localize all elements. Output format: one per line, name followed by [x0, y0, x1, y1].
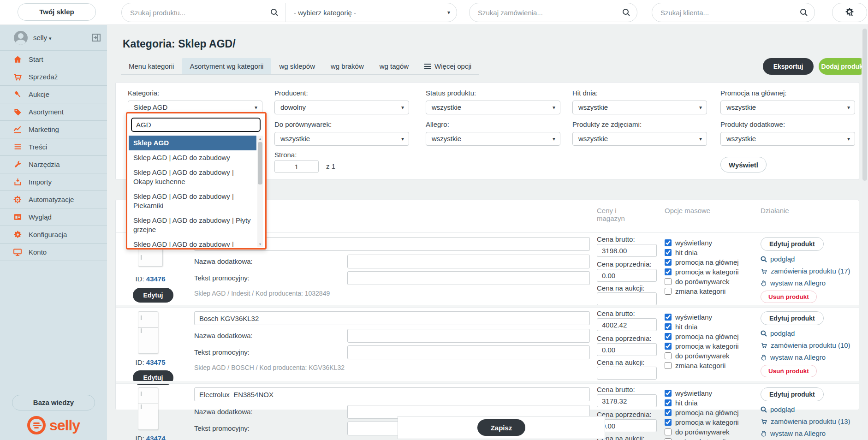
edit-button[interactable]: Edytuj — [133, 288, 173, 303]
checkbox-wyswietlany[interactable] — [665, 390, 672, 397]
tab-menu-kategorii[interactable]: Menu kategorii — [121, 58, 182, 75]
allegro-link[interactable]: wystaw na Allegro — [761, 279, 860, 287]
save-button[interactable]: Zapisz — [477, 419, 525, 436]
delete-product-button[interactable]: Usuń produkt — [761, 291, 817, 303]
sidebar-item-narzedzia[interactable]: Narzędzia — [0, 156, 107, 173]
scroll-up-icon[interactable]: ▴ — [257, 137, 263, 141]
collapse-sidebar-icon[interactable] — [92, 34, 101, 42]
price-auction-input[interactable] — [597, 292, 657, 305]
tab-wg-brakow[interactable]: wg braków — [323, 58, 372, 75]
checkbox-promocja-kategoria[interactable] — [665, 343, 672, 350]
promo-text-input[interactable] — [347, 271, 590, 285]
price-prev-input[interactable] — [597, 343, 657, 356]
edit-product-button[interactable]: Edytuj produkt — [761, 311, 824, 325]
sidebar-item-aukcje[interactable]: Aukcje — [0, 86, 107, 103]
kategoria-option[interactable]: Sklep AGD | AGD do zabudowy | Płyty grze… — [129, 213, 256, 237]
add-product-button[interactable]: Dodaj produkt — [819, 58, 868, 75]
checkbox-promocja-kategoria[interactable] — [665, 268, 672, 275]
tab-wg-sklepow[interactable]: wg sklepów — [271, 58, 323, 75]
product-orders-link[interactable]: zamówienia produktu (10) — [761, 341, 860, 349]
product-name-input[interactable] — [194, 387, 590, 401]
price-prev-input[interactable] — [597, 269, 657, 282]
checkbox-porownywarki[interactable] — [665, 278, 672, 285]
checkbox-wyswietlany[interactable] — [665, 314, 672, 321]
kategoria-option[interactable]: Sklep AGD | AGD do zabudowy | Okapy kuch… — [129, 165, 256, 189]
produkty-dodatkowe-select[interactable]: wszystkie▾ — [720, 132, 855, 146]
checkbox-promocja-glowna[interactable] — [665, 259, 672, 266]
product-orders-link[interactable]: zamówienia produktu (17) — [761, 267, 860, 275]
checkbox-hit-dnia[interactable] — [665, 249, 672, 256]
scroll-down-icon[interactable]: ▾ — [257, 242, 263, 246]
kategoria-dropdown-search-input[interactable] — [131, 118, 261, 132]
allegro-link[interactable]: wystaw na Allegro — [761, 353, 860, 361]
tab-asortyment-wg-kategorii[interactable]: Asortyment wg kategorii — [182, 58, 271, 75]
sidebar-item-automatyzacje[interactable]: Automatyzacje — [0, 191, 107, 208]
preview-link[interactable]: podgląd — [761, 329, 860, 337]
sidebar-item-asortyment[interactable]: Asortyment — [0, 103, 107, 121]
advanced-search-button[interactable] — [832, 3, 867, 22]
sidebar-item-konto[interactable]: Konto — [0, 244, 107, 261]
tab-wiecej-opcji[interactable]: Więcej opcji — [416, 58, 479, 75]
producent-select[interactable]: dowolny▾ — [274, 101, 409, 114]
search-order-input[interactable] — [470, 9, 622, 17]
kategoria-option[interactable]: Sklep AGD | AGD do zabudowy — [129, 150, 256, 165]
sidebar-item-marketing[interactable]: Marketing — [0, 121, 107, 138]
category-quick-select[interactable]: - wybierz kategorię - ▾ — [285, 3, 457, 22]
scrollbar-thumb[interactable] — [862, 29, 867, 181]
additional-name-input[interactable] — [347, 329, 590, 343]
edit-product-button[interactable]: Edytuj produkt — [761, 237, 824, 251]
checkbox-promocja-kategoria[interactable] — [665, 419, 672, 426]
price-auction-input[interactable] — [597, 367, 657, 380]
status-produktu-select[interactable]: wszystkie▾ — [426, 101, 560, 114]
price-prev-input[interactable] — [597, 419, 657, 432]
checkbox-hit-dnia[interactable] — [665, 399, 672, 406]
scrollbar-thumb[interactable] — [258, 142, 262, 184]
checkbox-zmiana-kategorii[interactable] — [665, 288, 672, 295]
preview-link[interactable]: podgląd — [761, 255, 860, 263]
dropdown-scrollbar[interactable]: ▴ ▾ — [257, 136, 263, 247]
do-porownywarek-select[interactable]: wszystkie▾ — [274, 132, 409, 146]
price-gross-input[interactable] — [597, 318, 657, 331]
checkbox-promocja-glowna[interactable] — [665, 333, 672, 340]
checkbox-promocja-glowna[interactable] — [665, 409, 672, 416]
search-product-input[interactable] — [122, 9, 270, 17]
checkbox-zmiana-kategorii[interactable] — [665, 438, 672, 440]
checkbox-porownywarki[interactable] — [665, 428, 672, 435]
price-gross-input[interactable] — [597, 244, 657, 257]
sidebar-item-konfiguracja[interactable]: Konfiguracja — [0, 226, 107, 244]
kategoria-option[interactable]: Sklep AGD — [129, 136, 256, 150]
sidebar-item-importy[interactable]: Importy — [0, 173, 107, 191]
preview-link[interactable]: podgląd — [761, 405, 860, 413]
sidebar-item-tresci[interactable]: Treści — [0, 138, 107, 156]
edit-product-button[interactable]: Edytuj produkt — [761, 387, 824, 401]
checkbox-hit-dnia[interactable] — [665, 323, 672, 330]
product-orders-link[interactable]: zamówienia produktu (13) — [761, 417, 860, 425]
allegro-select[interactable]: wszystkie▾ — [426, 132, 560, 146]
price-gross-input[interactable] — [597, 394, 657, 407]
sidebar-item-sprzedaz[interactable]: Sprzedaż — [0, 68, 107, 86]
checkbox-wyswietlany[interactable] — [665, 239, 672, 246]
page-scrollbar[interactable] — [862, 25, 868, 440]
product-name-input[interactable] — [194, 311, 590, 325]
tab-wg-tagow[interactable]: wg tagów — [372, 58, 416, 75]
kategoria-option[interactable]: Sklep AGD | AGD do zabudowy | — [129, 237, 256, 247]
checkbox-zmiana-kategorii[interactable] — [665, 362, 672, 369]
checkbox-porownywarki[interactable] — [665, 352, 672, 359]
hit-dnia-select[interactable]: wszystkie▾ — [572, 101, 707, 114]
search-client-input[interactable] — [652, 9, 800, 17]
page-number-input[interactable] — [274, 160, 319, 173]
produkty-ze-zdjeciami-select[interactable]: wszystkie▾ — [572, 132, 707, 146]
kategoria-option[interactable]: Sklep AGD | AGD do zabudowy | Piekarniki — [129, 189, 256, 213]
promo-text-input[interactable] — [347, 345, 590, 359]
show-button[interactable]: Wyświetl — [720, 157, 767, 172]
shop-button[interactable]: Twój sklep — [18, 3, 96, 21]
additional-name-input[interactable] — [347, 255, 590, 268]
sidebar-item-start[interactable]: Start — [0, 51, 107, 68]
user-menu[interactable]: selly▾ — [0, 25, 107, 51]
promocja-na-glownej-select[interactable]: wszystkie▾ — [720, 101, 855, 114]
sidebar-item-wyglad[interactable]: Wygląd — [0, 208, 107, 226]
delete-product-button[interactable]: Usuń produkt — [761, 365, 817, 377]
export-button[interactable]: Eksportuj — [763, 58, 814, 75]
allegro-link[interactable]: wystaw na Allegro — [761, 429, 860, 437]
knowledge-base-button[interactable]: Baza wiedzy — [12, 395, 95, 410]
